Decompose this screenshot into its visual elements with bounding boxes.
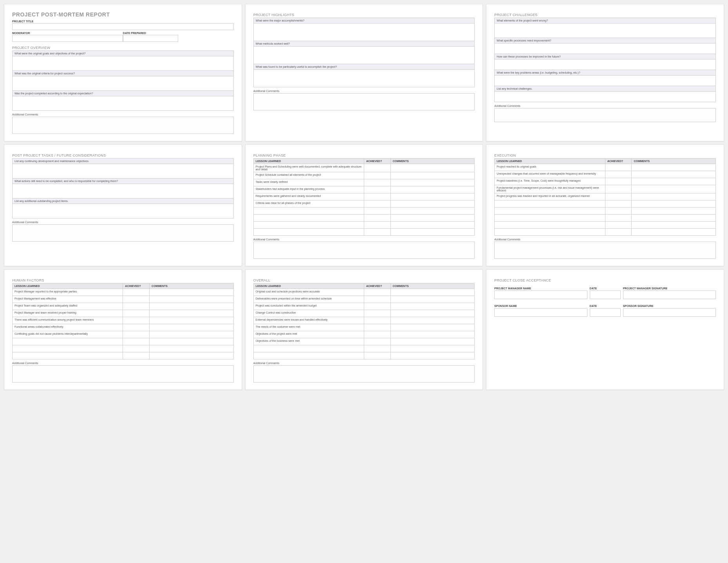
achieved-cell[interactable]: [364, 229, 391, 236]
comments-cell[interactable]: [150, 352, 234, 359]
achieved-cell[interactable]: [605, 200, 632, 208]
achieved-cell[interactable]: [364, 215, 391, 222]
comments-cell[interactable]: [390, 215, 475, 222]
comments-cell[interactable]: [390, 352, 475, 359]
comments-cell[interactable]: [632, 215, 716, 222]
comments-cell[interactable]: [150, 324, 234, 331]
comments-cell[interactable]: [390, 310, 475, 317]
comments-cell[interactable]: [390, 331, 475, 338]
comments-cell[interactable]: [632, 222, 716, 229]
comments-cell[interactable]: [632, 185, 716, 193]
comments-cell[interactable]: [390, 289, 475, 296]
comments-cell[interactable]: [632, 164, 716, 171]
comments-cell[interactable]: [390, 222, 475, 229]
pm-date-input[interactable]: [590, 291, 621, 299]
planning-comments-input[interactable]: [253, 242, 475, 259]
achieved-cell[interactable]: [123, 338, 150, 345]
achieved-cell[interactable]: [364, 222, 391, 229]
comments-cell[interactable]: [150, 303, 234, 310]
achieved-cell[interactable]: [364, 303, 391, 310]
achieved-cell[interactable]: [364, 200, 391, 208]
achieved-cell[interactable]: [364, 352, 391, 359]
achieved-cell[interactable]: [123, 352, 150, 359]
sponsor-name-input[interactable]: [494, 308, 587, 317]
comments-cell[interactable]: [390, 186, 475, 193]
execution-comments-input[interactable]: [494, 242, 716, 259]
achieved-cell[interactable]: [364, 208, 391, 215]
achieved-cell[interactable]: [605, 171, 632, 178]
achieved-cell[interactable]: [123, 324, 150, 331]
human-comments-input[interactable]: [12, 365, 234, 383]
achieved-cell[interactable]: [123, 310, 150, 317]
achieved-cell[interactable]: [364, 331, 391, 338]
postproject-q3-input[interactable]: [13, 204, 233, 218]
challenges-q3-input[interactable]: [495, 60, 715, 70]
comments-cell[interactable]: [390, 296, 475, 303]
achieved-cell[interactable]: [364, 345, 391, 352]
overview-q3-input[interactable]: [13, 96, 233, 110]
challenges-q1-input[interactable]: [495, 23, 715, 38]
highlights-q3-input[interactable]: [254, 70, 475, 87]
comments-cell[interactable]: [150, 338, 234, 345]
achieved-cell[interactable]: [605, 178, 632, 185]
comments-cell[interactable]: [632, 229, 716, 236]
comments-cell[interactable]: [390, 338, 475, 345]
achieved-cell[interactable]: [364, 179, 391, 186]
comments-cell[interactable]: [150, 296, 234, 303]
postproject-q2-input[interactable]: [13, 184, 233, 198]
achieved-cell[interactable]: [605, 185, 632, 193]
challenges-q2-input[interactable]: [495, 43, 715, 54]
achieved-cell[interactable]: [364, 338, 391, 345]
comments-cell[interactable]: [632, 171, 716, 178]
achieved-cell[interactable]: [123, 331, 150, 338]
achieved-cell[interactable]: [364, 172, 391, 179]
pm-name-input[interactable]: [494, 291, 587, 299]
comments-cell[interactable]: [632, 178, 716, 185]
postproject-comments-input[interactable]: [12, 224, 234, 242]
highlights-q1-input[interactable]: [254, 23, 475, 41]
pm-sig-input[interactable]: [623, 291, 716, 299]
comments-cell[interactable]: [390, 179, 475, 186]
achieved-cell[interactable]: [364, 186, 391, 193]
achieved-cell[interactable]: [364, 164, 391, 172]
highlights-comments-input[interactable]: [253, 93, 475, 110]
overview-q2-input[interactable]: [13, 76, 233, 90]
comments-cell[interactable]: [150, 289, 234, 296]
comments-cell[interactable]: [390, 303, 475, 310]
achieved-cell[interactable]: [364, 296, 391, 303]
comments-cell[interactable]: [150, 310, 234, 317]
overall-comments-input[interactable]: [253, 365, 475, 383]
achieved-cell[interactable]: [364, 289, 391, 296]
overview-q1-input[interactable]: [13, 56, 233, 70]
sponsor-date-input[interactable]: [590, 308, 621, 317]
postproject-q1-input[interactable]: [13, 164, 233, 178]
achieved-cell[interactable]: [123, 303, 150, 310]
comments-cell[interactable]: [150, 317, 234, 324]
achieved-cell[interactable]: [605, 164, 632, 171]
comments-cell[interactable]: [390, 193, 475, 200]
comments-cell[interactable]: [632, 200, 716, 208]
achieved-cell[interactable]: [123, 296, 150, 303]
comments-cell[interactable]: [390, 164, 475, 172]
comments-cell[interactable]: [632, 193, 716, 200]
achieved-cell[interactable]: [364, 310, 391, 317]
comments-cell[interactable]: [390, 200, 475, 208]
comments-cell[interactable]: [390, 324, 475, 331]
comments-cell[interactable]: [390, 208, 475, 215]
achieved-cell[interactable]: [605, 208, 632, 215]
comments-cell[interactable]: [390, 317, 475, 324]
challenges-comments-input[interactable]: [494, 108, 716, 122]
project-title-input[interactable]: [12, 23, 234, 30]
achieved-cell[interactable]: [605, 193, 632, 200]
moderator-input[interactable]: [12, 35, 123, 42]
achieved-cell[interactable]: [123, 289, 150, 296]
highlights-q2-input[interactable]: [254, 47, 475, 64]
comments-cell[interactable]: [390, 345, 475, 352]
achieved-cell[interactable]: [123, 345, 150, 352]
challenges-q5-input[interactable]: [495, 92, 715, 102]
comments-cell[interactable]: [390, 172, 475, 179]
achieved-cell[interactable]: [364, 324, 391, 331]
comments-cell[interactable]: [150, 345, 234, 352]
comments-cell[interactable]: [390, 229, 475, 236]
date-prepared-input[interactable]: [123, 35, 178, 42]
